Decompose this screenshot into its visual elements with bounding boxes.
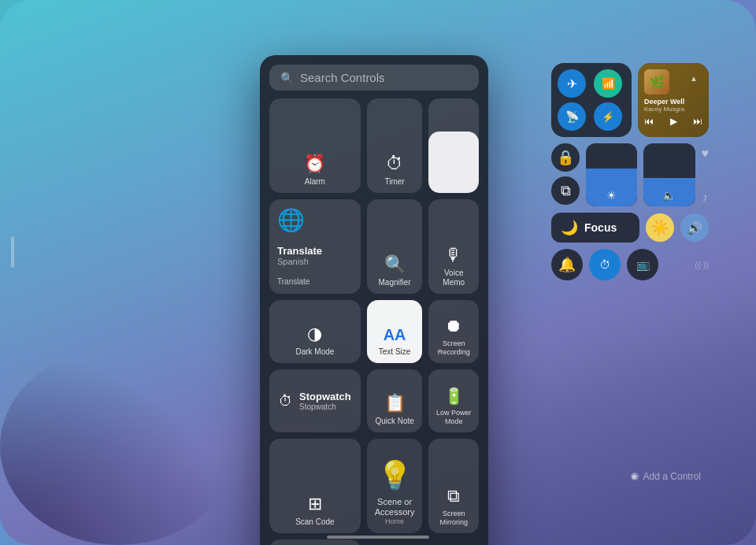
low-power-label: Low Power Mode	[433, 409, 474, 426]
brightness-slider[interactable]: ☀	[586, 143, 637, 206]
magnifier-icon: 🔍	[384, 254, 406, 275]
focus-row: 🌙 Focus ☀️ 🔊	[551, 213, 709, 243]
lock-mirror-col: 🔒 ⧉	[551, 143, 580, 206]
timer-small-button[interactable]: ⏱	[589, 249, 621, 280]
timer-label: Timer	[385, 177, 405, 187]
control-center-panel: 🔍 🌐 Translate Spanish Translate ⏰ Alarm	[260, 55, 488, 545]
stopwatch-label: Stopwatch	[299, 402, 351, 411]
airplane-mode-button[interactable]: ✈	[558, 69, 586, 98]
timer-icon: ⏱	[386, 154, 403, 174]
low-power-mode-control[interactable]: 🔋 Low Power Mode	[428, 369, 479, 432]
screen-mirroring-label: Screen Mirroring	[433, 510, 474, 527]
translate-label: Translate	[277, 277, 309, 286]
scan-code-control[interactable]: ⊞ Scan Code	[269, 439, 361, 533]
scene-icon: 💡	[377, 459, 413, 492]
screen-recording-control[interactable]: ⏺ Screen Recording	[428, 300, 479, 363]
volume-icon: 🔈	[662, 189, 676, 202]
dark-mode-label: Dark Mode	[295, 347, 334, 357]
connectivity-panel: ✈ 📶 📡 ⚡	[551, 63, 632, 137]
focus-label: Focus	[584, 221, 617, 234]
song-artist: Kacey Musgra	[644, 106, 702, 113]
add-control-button[interactable]: ⊕ Add a Control	[631, 471, 701, 482]
brightness-fill	[428, 132, 479, 193]
album-art: 🌿	[644, 69, 669, 95]
alarm-small-button[interactable]: 🔔	[551, 249, 583, 280]
quick-note-icon: 📋	[384, 393, 406, 413]
fast-forward-button[interactable]: ⏭	[693, 116, 702, 127]
control-center-right: ✈ 📶 📡 ⚡ ▲ 🌿 Deeper Well Kacey Musgra ⏮	[551, 63, 709, 280]
screen-recording-icon: ⏺	[445, 316, 462, 336]
music-controls: ⏮ ▶ ⏭	[644, 116, 702, 127]
scene-accessory-control[interactable]: 💡 Scene or Accessory Home	[367, 439, 423, 533]
music-note-icon: ♪	[702, 191, 710, 203]
dark-mode-control[interactable]: ◑ Dark Mode	[269, 300, 361, 363]
brightness-icon: ☀	[606, 189, 617, 202]
stopwatch-control[interactable]: ⏱ Stopwatch Stopwatch	[269, 369, 361, 432]
wifi-button[interactable]: 📡	[558, 102, 586, 131]
alarm-icon: ⏰	[304, 154, 325, 174]
song-title: Deeper Well	[644, 98, 702, 106]
bluetooth-button[interactable]: ⚡	[594, 102, 622, 131]
mirror-button[interactable]: ⧉	[551, 176, 580, 205]
voice-memo-label: Voice Memo	[433, 269, 474, 287]
quick-note-control[interactable]: 📋 Quick Note	[367, 369, 423, 432]
rewind-button[interactable]: ⏮	[644, 116, 654, 127]
music-widget[interactable]: ▲ 🌿 Deeper Well Kacey Musgra ⏮ ▶ ⏭	[638, 63, 709, 137]
focus-button[interactable]: 🌙 Focus	[551, 213, 639, 243]
text-size-control[interactable]: AA Text Size	[367, 300, 423, 363]
bottom-controls-row: 🔔 ⏱ 📺 ((·))	[551, 249, 709, 280]
recognize-music-control[interactable]: 🎵 Recognize Music	[269, 539, 361, 545]
sliders-row: 🔒 ⧉ ☀ 🔈 ♥ ♪	[551, 143, 709, 206]
voice-memo-control[interactable]: 🎙 Voice Memo	[428, 199, 479, 294]
quick-note-label: Quick Note	[375, 417, 413, 426]
volume-slider[interactable]: 🔈	[643, 143, 695, 206]
voice-memo-icon: 🎙	[445, 245, 462, 265]
wifi-status: ((·))	[665, 260, 709, 269]
screen-mirroring-icon: ⧉	[447, 486, 460, 506]
alarm-label: Alarm	[305, 177, 325, 187]
search-bar[interactable]: 🔍	[269, 65, 479, 91]
translate-text-block: Translate Spanish	[277, 245, 322, 266]
music-content: ▲ 🌿 Deeper Well Kacey Musgra ⏮ ▶ ⏭	[644, 69, 702, 127]
stopwatch-icon: ⏱	[279, 393, 293, 410]
play-pause-button[interactable]: ▶	[670, 116, 677, 127]
screen-recording-label: Screen Recording	[433, 339, 474, 357]
stopwatch-name: Stopwatch	[299, 391, 351, 402]
alarm-control[interactable]: ⏰ Alarm	[269, 98, 361, 193]
connectivity-music-row: ✈ 📶 📡 ⚡ ▲ 🌿 Deeper Well Kacey Musgra ⏮	[551, 63, 709, 137]
add-control-icon: ⊕	[631, 473, 639, 480]
home-bar	[327, 536, 429, 539]
scan-code-icon: ⊞	[308, 494, 322, 514]
text-size-icon: AA	[384, 326, 406, 344]
scan-code-label: Scan Code	[295, 517, 334, 527]
search-icon: 🔍	[280, 72, 294, 84]
focus-icon: 🌙	[561, 219, 578, 236]
media-extras: ♥ ♪	[702, 143, 710, 206]
text-size-label: Text Size	[379, 347, 411, 357]
search-input[interactable]	[300, 71, 468, 84]
ipad-frame: 🔍 🌐 Translate Spanish Translate ⏰ Alarm	[0, 0, 756, 545]
dark-mode-icon: ◑	[307, 324, 322, 344]
cellular-button[interactable]: 📶	[594, 69, 622, 98]
translate-control[interactable]: 🌐 Translate Spanish Translate	[269, 199, 361, 294]
scene-name: Scene or Accessory	[375, 497, 415, 517]
translate-sublabel: Spanish	[277, 257, 322, 266]
screen-record-small-button[interactable]: 📺	[627, 249, 658, 280]
low-power-icon: 🔋	[444, 387, 464, 406]
rotation-lock-button[interactable]: 🔒	[551, 143, 580, 172]
controls-grid: 🌐 Translate Spanish Translate ⏰ Alarm ⏱ …	[269, 98, 479, 545]
volume-indicator	[11, 236, 14, 268]
magnifier-control[interactable]: 🔍 Magnifier	[367, 199, 423, 294]
translate-name: Translate	[277, 245, 322, 257]
screen-mirroring-control[interactable]: ⧉ Screen Mirroring	[428, 439, 479, 533]
magnifier-label: Magnifier	[379, 278, 411, 287]
stopwatch-text: Stopwatch Stopwatch	[299, 391, 351, 411]
heart-icon: ♥	[702, 146, 710, 161]
translate-icon: 🌐	[277, 207, 305, 233]
timer-control[interactable]: ⏱ Timer	[367, 98, 423, 193]
scene-label: Home	[385, 517, 404, 525]
airplay-icon[interactable]: ▲	[690, 74, 698, 83]
sound-button[interactable]: 🔊	[680, 213, 709, 242]
display-brightness-button[interactable]: ☀️	[646, 213, 674, 242]
brightness-slider-control[interactable]	[428, 98, 479, 193]
